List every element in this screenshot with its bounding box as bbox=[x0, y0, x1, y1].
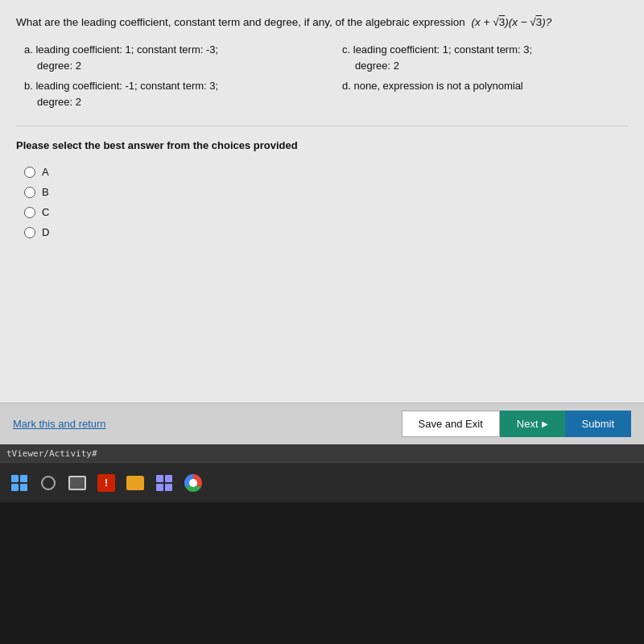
windows-taskbar: ! bbox=[0, 462, 644, 644]
mark-return-link[interactable]: Mark this and return bbox=[13, 418, 106, 430]
next-button[interactable]: Next bbox=[500, 411, 565, 437]
radio-label-d: D bbox=[42, 226, 49, 238]
radio-circle-d bbox=[24, 227, 35, 238]
choice-d: d. none, expression is not a polynomial bbox=[342, 78, 628, 109]
apps-grid-icon[interactable] bbox=[151, 470, 177, 496]
math-expression: (x + √3)(x − √3)? bbox=[472, 16, 552, 28]
radio-option-c[interactable]: C bbox=[24, 206, 628, 218]
radio-circle-c bbox=[24, 207, 35, 218]
radio-options: A B C D bbox=[24, 166, 628, 238]
choice-b: b. leading coefficient: -1; constant ter… bbox=[24, 78, 310, 109]
radio-circle-a bbox=[24, 167, 35, 178]
radio-option-d[interactable]: D bbox=[24, 226, 628, 238]
question-text: What are the leading coefficient, consta… bbox=[16, 14, 628, 31]
windows-start-icon[interactable] bbox=[6, 470, 32, 496]
action-bar: Mark this and return Save and Exit Next … bbox=[0, 402, 644, 444]
folder-shape bbox=[126, 476, 144, 490]
radio-option-a[interactable]: A bbox=[24, 166, 628, 178]
radio-label-c: C bbox=[42, 206, 49, 218]
url-text: tViewer/Activity# bbox=[6, 448, 97, 459]
red-app-icon[interactable]: ! bbox=[93, 470, 119, 496]
radio-label-a: A bbox=[42, 166, 49, 178]
chrome-icon[interactable] bbox=[180, 470, 206, 496]
grid-shape bbox=[156, 475, 172, 491]
chrome-shape bbox=[184, 474, 202, 492]
submit-button[interactable]: Submit bbox=[565, 411, 631, 437]
radio-label-b: B bbox=[42, 186, 49, 198]
quiz-container: What are the leading coefficient, consta… bbox=[0, 0, 644, 402]
save-exit-button[interactable]: Save and Exit bbox=[402, 411, 500, 437]
question-body: What are the leading coefficient, consta… bbox=[16, 16, 465, 28]
url-bar: tViewer/Activity# bbox=[0, 444, 644, 462]
taskbar-inner: ! bbox=[0, 462, 644, 502]
folder-icon[interactable] bbox=[122, 470, 148, 496]
radio-option-b[interactable]: B bbox=[24, 186, 628, 198]
choice-a: a. leading coefficient: 1; constant term… bbox=[24, 42, 310, 73]
action-buttons: Save and Exit Next Submit bbox=[402, 411, 631, 437]
radio-circle-b bbox=[24, 187, 35, 198]
monitor-shape bbox=[68, 476, 86, 490]
divider bbox=[16, 126, 628, 126]
choices-grid: a. leading coefficient: 1; constant term… bbox=[24, 42, 628, 109]
monitor-icon[interactable] bbox=[64, 470, 90, 496]
choice-c: c. leading coefficient: 1; constant term… bbox=[342, 42, 628, 73]
search-icon[interactable] bbox=[35, 470, 61, 496]
please-select: Please select the best answer from the c… bbox=[16, 139, 628, 151]
red-app-shape: ! bbox=[97, 474, 115, 492]
